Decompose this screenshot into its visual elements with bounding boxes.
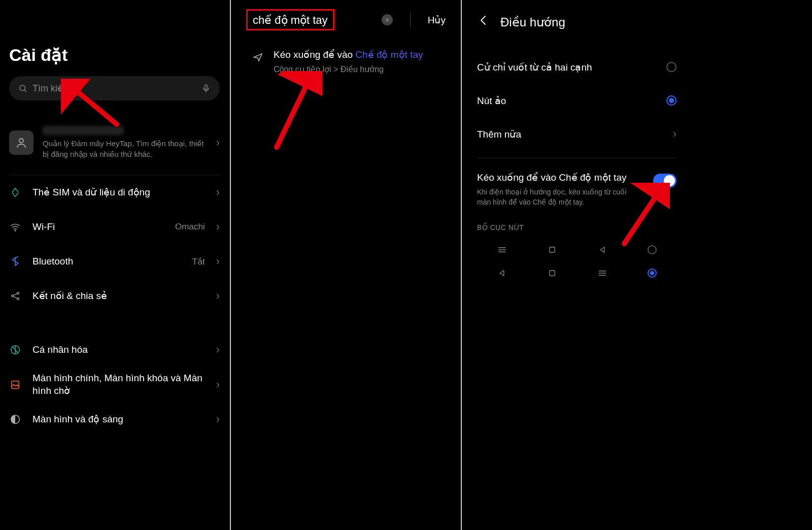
svg-line-10 [13,296,17,299]
back-button[interactable] [477,14,489,30]
homescreen-icon [9,379,21,391]
account-subtitle: Quản lý Đám mây HeyTap, Tìm điện thoại, … [43,138,207,159]
menu-icon [497,245,507,255]
bluetooth-icon [9,255,21,268]
homescreen-item[interactable]: Màn hình chính, Màn hình khóa và Màn hìn… [9,367,220,402]
result-title: Kéo xuống để vào Chế độ một tay [274,49,423,60]
svg-rect-2 [205,85,208,89]
more-item[interactable]: Thêm nữa › [477,117,676,151]
wifi-item[interactable]: Wi-Fi Omachi › [9,210,220,244]
result-prefix: Kéo xuống để vào [274,49,355,60]
wifi-icon [9,221,21,233]
bluetooth-item[interactable]: Bluetooth Tắt › [9,244,220,279]
triangle-back-icon [497,268,507,278]
svg-rect-21 [550,247,555,253]
result-highlight: Chế độ một tay [355,49,423,60]
search-input-container[interactable] [9,76,220,101]
toggle-title: Kéo xuống để vào Chế độ một tay [477,172,644,183]
menu-icon [597,268,607,278]
square-icon [547,245,557,255]
gesture-option[interactable]: Cử chỉ vuốt từ cả hai cạnh [477,50,676,84]
chevron-right-icon: › [216,413,220,426]
svg-line-1 [24,90,26,91]
list-label: Màn hình và độ sáng [32,413,205,426]
chevron-right-icon: › [216,378,220,391]
option-label: Nút ảo [477,95,506,107]
page-title: Điều hướng [500,15,565,29]
more-label: Thêm nữa [477,128,521,140]
cancel-button[interactable]: Hủy [428,14,446,26]
account-text: Quản lý Đám mây HeyTap, Tìm điện thoại, … [43,126,207,159]
page-title: Cài đặt [9,45,220,65]
account-item[interactable]: Quản lý Đám mây HeyTap, Tìm điện thoại, … [9,126,220,175]
personalize-item[interactable]: Cá nhân hóa › [9,333,220,367]
toggle-description: Khi điện thoại ở hướng dọc, kéo xuống từ… [477,187,644,207]
svg-line-9 [13,293,17,295]
search-result-item[interactable]: Kéo xuống để vào Chế độ một tay Công cụ … [246,49,446,74]
radio-checked-icon[interactable] [648,269,657,278]
navigation-icon [252,52,263,65]
personalize-icon [9,344,21,356]
panel-header: Điều hướng [477,0,676,30]
section-header: BỐ CỤC NÚT [477,223,676,231]
svg-rect-22 [550,271,555,276]
one-handed-toggle-item[interactable]: Kéo xuống để vào Chế độ một tay Khi điện… [477,172,676,207]
radio-checked-icon[interactable] [666,95,676,106]
list-label: Màn hình chính, Màn hình khóa và Màn hìn… [32,372,205,397]
svg-rect-12 [12,381,19,388]
toggle-switch-on[interactable] [653,174,676,188]
button-layout-option-2[interactable] [477,264,676,287]
clear-search-button[interactable] [382,14,393,25]
header-divider [410,13,411,27]
button-layout-option-1[interactable] [477,241,676,264]
share-icon [9,290,21,302]
svg-point-5 [15,230,16,231]
chevron-right-icon: › [216,136,220,149]
search-query[interactable]: chế độ một tay [246,9,334,30]
svg-point-4 [19,139,23,143]
svg-line-17 [277,79,310,147]
search-icon [18,84,27,93]
chevron-right-icon: › [216,289,220,303]
search-header: chế độ một tay Hủy [246,0,446,30]
sim-item[interactable]: Thẻ SIM và dữ liệu di động › [9,175,220,210]
list-label: Thẻ SIM và dữ liệu di động [32,186,205,199]
list-label: Cá nhân hóa [32,344,205,356]
navigation-settings-panel: Điều hướng Cử chỉ vuốt từ cả hai cạnh Nú… [462,0,692,530]
sim-icon [9,186,21,198]
square-icon [547,268,557,278]
brightness-icon [9,413,21,425]
annotation-arrow [266,71,322,152]
list-label: Bluetooth [32,255,181,268]
chevron-right-icon: › [216,186,220,199]
buttons-option[interactable]: Nút ảo [477,84,676,117]
chevron-right-icon: › [673,127,676,141]
network-section: Thẻ SIM và dữ liệu di động › Wi-Fi Omach… [9,175,220,313]
radio-unchecked-icon[interactable] [648,245,657,254]
chevron-right-icon: › [216,255,220,268]
search-input[interactable] [32,83,196,94]
settings-panel: Cài đặt Quản lý Đám mây HeyTap, Tìm điện… [0,0,230,530]
list-value: Tắt [192,256,205,267]
personalize-section: Cá nhân hóa › Màn hình chính, Màn hình k… [9,333,220,437]
option-label: Cử chỉ vuốt từ cả hai cạnh [477,61,592,73]
list-value: Omachi [175,222,205,232]
radio-unchecked-icon[interactable] [666,62,676,72]
chevron-right-icon: › [216,343,220,356]
list-label: Kết nối & chia sẻ [32,290,205,303]
connection-share-item[interactable]: Kết nối & chia sẻ › [9,279,220,313]
search-results-panel: chế độ một tay Hủy Kéo xuống để vào Chế … [231,0,461,530]
chevron-right-icon: › [216,220,220,234]
account-name-redacted [43,126,124,135]
section-divider [477,158,676,158]
display-item[interactable]: Màn hình và độ sáng › [9,402,220,437]
result-breadcrumb: Công cụ tiện lợi > Điều hướng [274,64,423,74]
avatar [9,130,33,155]
list-label: Wi-Fi [32,221,164,234]
microphone-icon[interactable] [201,84,211,93]
triangle-back-icon [597,245,607,255]
